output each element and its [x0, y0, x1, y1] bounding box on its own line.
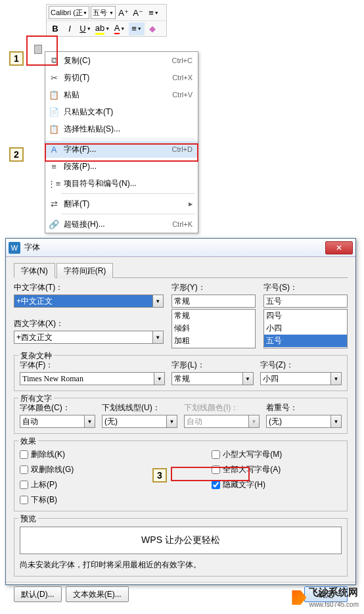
font-dialog: W 字体 ✕ 字体(N) 字符间距(R) 中文字体(T)： +中文正文▼ 西文字…: [5, 238, 356, 585]
mini-toolbar: Calibri (正▼ 五号▼ A⁺ A⁻ ≡▼ B I U▼ ab▼ A▼ ≡…: [46, 4, 167, 37]
watermark: 飞沙系统网www.fs0745.com: [292, 586, 359, 609]
preview-fieldset: 预览 WPS 让办公更轻松 尚未安装此字体，打印时将采用最相近的有效字体。: [14, 518, 348, 577]
hidden-text-checkbox[interactable]: 隐藏文字(H): [212, 479, 282, 490]
emphasis-combo[interactable]: (无)▼: [266, 415, 342, 428]
list-item[interactable]: 小四: [264, 322, 347, 335]
list-item[interactable]: 加粗: [172, 335, 255, 347]
style-input[interactable]: 常规: [171, 295, 256, 308]
text-effect-button[interactable]: 文本效果(E)...: [66, 586, 129, 602]
increase-font-button[interactable]: A⁺: [117, 6, 130, 19]
align-button[interactable]: ≡▼: [129, 22, 145, 35]
list-item[interactable]: 倾斜: [172, 322, 255, 335]
submenu-arrow-icon: ▶: [189, 201, 193, 207]
italic-button[interactable]: I: [63, 22, 76, 35]
tab-font[interactable]: 字体(N): [14, 263, 55, 278]
font-icon: A: [48, 143, 60, 155]
ul-style-label: 下划线线型(U)：: [102, 402, 177, 413]
complex-font-combo[interactable]: Times New Roman▼: [20, 372, 165, 385]
font-size-combo[interactable]: 五号▼: [91, 6, 116, 19]
menu-hyperlink[interactable]: 🔗超链接(H)...Ctrl+K: [45, 216, 198, 233]
size-label: 字号(S)：: [263, 282, 348, 293]
complex-size-label: 字号(Z)：: [260, 360, 342, 371]
menu-paragraph[interactable]: ≡段落(P)...: [45, 158, 198, 175]
tab-spacing[interactable]: 字符间距(R): [57, 263, 114, 278]
font-note: 尚未安装此字体，打印时将采用最相近的有效字体。: [20, 559, 342, 571]
underline-style-combo[interactable]: (无)▼: [102, 415, 177, 428]
menu-paste-text[interactable]: 📄只粘贴文本(T): [45, 103, 198, 120]
bold-button[interactable]: B: [49, 22, 62, 35]
style-listbox[interactable]: 常规 倾斜 加粗: [171, 309, 256, 348]
west-font-combo[interactable]: +西文正文▼: [14, 331, 164, 344]
all-text-fieldset: 所有文字 字体颜色(C)：自动▼ 下划线线型(U)：(无)▼ 下划线颜色(I)：…: [14, 398, 348, 434]
highlight-button[interactable]: ab▼: [95, 22, 110, 35]
menu-copy[interactable]: ⧉复制(C)Ctrl+C: [45, 52, 198, 69]
close-button[interactable]: ✕: [325, 241, 353, 254]
format-painter-button[interactable]: ◆: [146, 22, 159, 35]
text-selection-handle[interactable]: [34, 45, 42, 54]
paragraph-icon: ≡: [48, 160, 60, 172]
separator: [61, 139, 195, 139]
superscript-checkbox[interactable]: 上标(P): [20, 479, 74, 490]
decrease-font-button[interactable]: A⁻: [131, 6, 145, 19]
complex-size-combo[interactable]: 小四▼: [260, 372, 342, 385]
watermark-logo-icon: [292, 590, 306, 605]
list-item[interactable]: 四号: [264, 310, 347, 322]
all-caps-checkbox[interactable]: 全部大写字母(A): [212, 464, 282, 475]
subscript-checkbox[interactable]: 下标(B): [20, 494, 74, 506]
paste-text-icon: 📄: [48, 106, 60, 118]
translate-icon: ⇄: [48, 198, 60, 210]
copy-icon: ⧉: [48, 55, 60, 66]
complex-style-label: 字形(L)：: [171, 360, 253, 371]
bullets-icon: ⋮≡: [48, 177, 60, 189]
context-menu: ⧉复制(C)Ctrl+C ✂剪切(T)Ctrl+X 📋粘贴Ctrl+V 📄只粘贴…: [45, 51, 198, 233]
complex-style-combo[interactable]: 常规▼: [171, 372, 253, 385]
step-marker-2: 2: [9, 147, 24, 162]
paste-special-icon: 📋: [48, 123, 60, 135]
paste-icon: 📋: [48, 89, 60, 101]
size-input[interactable]: 五号: [263, 295, 348, 308]
step-marker-3: 3: [152, 468, 167, 483]
menu-cut[interactable]: ✂剪切(T)Ctrl+X: [45, 69, 198, 86]
default-button[interactable]: 默认(D)...: [14, 586, 62, 602]
line-spacing-button[interactable]: ≡▼: [146, 6, 162, 19]
menu-font[interactable]: A字体(F)...Ctrl+D: [45, 141, 198, 158]
underline-button[interactable]: U▼: [78, 22, 93, 35]
menu-translate[interactable]: ⇄翻译(T)▶: [45, 195, 198, 212]
menu-bullets[interactable]: ⋮≡项目符号和编号(N)...: [45, 175, 198, 192]
preview-text: WPS 让办公更轻松: [20, 527, 342, 554]
size-listbox[interactable]: 四号 小四 五号: [263, 309, 348, 348]
tab-strip: 字体(N) 字符间距(R): [14, 262, 348, 278]
cn-font-label: 中文字体(T)：: [14, 282, 164, 293]
separator: [61, 214, 195, 214]
cut-icon: ✂: [48, 72, 60, 83]
style-label: 字形(Y)：: [171, 282, 256, 293]
emphasis-label: 着重号：: [266, 402, 342, 413]
double-strike-checkbox[interactable]: 双删除线(G): [20, 464, 74, 475]
effects-fieldset: 效果 删除线(K) 双删除线(G) 上标(P) 下标(B) 小型大写字母(M) …: [14, 440, 348, 511]
menu-paste[interactable]: 📋粘贴Ctrl+V: [45, 86, 198, 103]
cn-font-combo[interactable]: +中文正文▼: [14, 295, 164, 308]
list-item[interactable]: 五号: [264, 335, 347, 347]
app-icon: W: [9, 242, 20, 254]
west-font-label: 西文字体(X)：: [14, 318, 164, 329]
separator: [61, 193, 195, 194]
strike-checkbox[interactable]: 删除线(K): [20, 449, 74, 460]
font-color-combo[interactable]: 自动▼: [20, 415, 95, 428]
complex-fieldset: 复杂文种 字体(F)： Times New Roman▼ 字形(L)： 常规▼ …: [14, 355, 348, 391]
titlebar[interactable]: W 字体 ✕: [6, 239, 355, 257]
ul-color-label: 下划线颜色(I)：: [184, 402, 260, 413]
font-name-combo[interactable]: Calibri (正▼: [49, 6, 89, 19]
menu-paste-special[interactable]: 📋选择性粘贴(S)...: [45, 120, 198, 137]
list-item[interactable]: 常规: [172, 310, 255, 322]
underline-color-combo: 自动▼: [184, 415, 260, 428]
step-marker-1: 1: [9, 51, 24, 66]
font-color-button[interactable]: A▼: [112, 22, 127, 35]
link-icon: 🔗: [48, 218, 60, 230]
small-caps-checkbox[interactable]: 小型大写字母(M): [212, 449, 282, 460]
dialog-title: 字体: [24, 242, 325, 253]
